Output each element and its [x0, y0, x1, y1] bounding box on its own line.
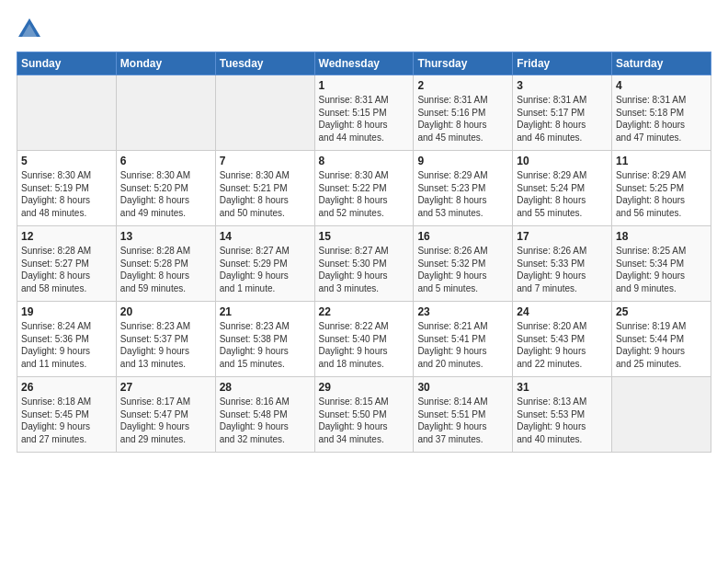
calendar-table: SundayMondayTuesdayWednesdayThursdayFrid… [17, 52, 711, 453]
day-number: 19 [21, 305, 112, 318]
calendar-cell: 2Sunrise: 8:31 AM Sunset: 5:16 PM Daylig… [414, 75, 513, 151]
day-info: Sunrise: 8:25 AM Sunset: 5:34 PM Dayligh… [616, 245, 707, 294]
day-info: Sunrise: 8:13 AM Sunset: 5:53 PM Dayligh… [517, 396, 608, 445]
calendar-cell: 1Sunrise: 8:31 AM Sunset: 5:15 PM Daylig… [314, 75, 414, 151]
day-info: Sunrise: 8:15 AM Sunset: 5:50 PM Dayligh… [319, 396, 410, 445]
day-info: Sunrise: 8:29 AM Sunset: 5:25 PM Dayligh… [616, 169, 707, 219]
day-number: 10 [517, 155, 608, 167]
day-info: Sunrise: 8:22 AM Sunset: 5:40 PM Dayligh… [319, 320, 410, 370]
calendar-cell: 20Sunrise: 8:23 AM Sunset: 5:37 PM Dayli… [116, 302, 215, 377]
day-info: Sunrise: 8:31 AM Sunset: 5:18 PM Dayligh… [616, 94, 707, 144]
calendar-cell: 9Sunrise: 8:29 AM Sunset: 5:23 PM Daylig… [414, 151, 513, 226]
calendar-cell: 21Sunrise: 8:23 AM Sunset: 5:38 PM Dayli… [215, 302, 314, 377]
day-number: 4 [616, 79, 707, 92]
header [17, 17, 711, 42]
day-info: Sunrise: 8:29 AM Sunset: 5:23 PM Dayligh… [417, 169, 508, 219]
calendar-cell: 28Sunrise: 8:16 AM Sunset: 5:48 PM Dayli… [215, 377, 314, 453]
page: SundayMondayTuesdayWednesdayThursdayFrid… [0, 0, 728, 563]
calendar-cell: 26Sunrise: 8:18 AM Sunset: 5:45 PM Dayli… [17, 377, 117, 453]
calendar-cell [116, 75, 215, 151]
day-number: 9 [417, 155, 508, 167]
day-number: 11 [616, 155, 707, 167]
weekday-header-row: SundayMondayTuesdayWednesdayThursdayFrid… [17, 52, 711, 75]
day-info: Sunrise: 8:26 AM Sunset: 5:32 PM Dayligh… [417, 245, 508, 294]
day-info: Sunrise: 8:14 AM Sunset: 5:51 PM Dayligh… [417, 396, 508, 445]
day-number: 24 [517, 305, 608, 318]
weekday-header: Saturday [612, 52, 711, 75]
day-number: 30 [417, 381, 508, 394]
day-number: 14 [220, 230, 311, 243]
calendar-cell: 5Sunrise: 8:30 AM Sunset: 5:19 PM Daylig… [17, 151, 117, 226]
calendar-cell: 11Sunrise: 8:29 AM Sunset: 5:25 PM Dayli… [612, 151, 711, 226]
day-info: Sunrise: 8:17 AM Sunset: 5:47 PM Dayligh… [120, 396, 211, 445]
day-number: 12 [21, 230, 112, 243]
calendar-cell: 13Sunrise: 8:28 AM Sunset: 5:28 PM Dayli… [116, 226, 215, 302]
day-info: Sunrise: 8:28 AM Sunset: 5:27 PM Dayligh… [21, 245, 112, 294]
calendar-cell: 14Sunrise: 8:27 AM Sunset: 5:29 PM Dayli… [215, 226, 314, 302]
day-info: Sunrise: 8:20 AM Sunset: 5:43 PM Dayligh… [517, 320, 608, 370]
day-info: Sunrise: 8:30 AM Sunset: 5:21 PM Dayligh… [220, 169, 311, 219]
day-number: 28 [220, 381, 311, 394]
calendar-week-row: 5Sunrise: 8:30 AM Sunset: 5:19 PM Daylig… [17, 151, 711, 226]
calendar-cell: 16Sunrise: 8:26 AM Sunset: 5:32 PM Dayli… [414, 226, 513, 302]
day-number: 2 [417, 79, 508, 92]
calendar-week-row: 26Sunrise: 8:18 AM Sunset: 5:45 PM Dayli… [17, 377, 711, 453]
calendar-cell: 10Sunrise: 8:29 AM Sunset: 5:24 PM Dayli… [513, 151, 612, 226]
calendar-cell: 18Sunrise: 8:25 AM Sunset: 5:34 PM Dayli… [612, 226, 711, 302]
day-number: 25 [616, 305, 707, 318]
day-info: Sunrise: 8:31 AM Sunset: 5:17 PM Dayligh… [517, 94, 608, 144]
weekday-header: Monday [116, 52, 215, 75]
day-number: 23 [417, 305, 508, 318]
calendar-cell: 24Sunrise: 8:20 AM Sunset: 5:43 PM Dayli… [513, 302, 612, 377]
day-number: 22 [319, 305, 410, 318]
day-number: 18 [616, 230, 707, 243]
calendar-cell: 25Sunrise: 8:19 AM Sunset: 5:44 PM Dayli… [612, 302, 711, 377]
calendar-cell: 27Sunrise: 8:17 AM Sunset: 5:47 PM Dayli… [116, 377, 215, 453]
day-number: 20 [120, 305, 211, 318]
day-number: 27 [120, 381, 211, 394]
day-info: Sunrise: 8:18 AM Sunset: 5:45 PM Dayligh… [21, 396, 112, 445]
day-number: 5 [21, 155, 112, 167]
day-info: Sunrise: 8:31 AM Sunset: 5:16 PM Dayligh… [417, 94, 508, 144]
calendar-cell: 29Sunrise: 8:15 AM Sunset: 5:50 PM Dayli… [314, 377, 414, 453]
calendar-cell: 17Sunrise: 8:26 AM Sunset: 5:33 PM Dayli… [513, 226, 612, 302]
day-info: Sunrise: 8:31 AM Sunset: 5:15 PM Dayligh… [319, 94, 410, 144]
day-info: Sunrise: 8:30 AM Sunset: 5:19 PM Dayligh… [21, 169, 112, 219]
calendar-week-row: 12Sunrise: 8:28 AM Sunset: 5:27 PM Dayli… [17, 226, 711, 302]
calendar-cell: 22Sunrise: 8:22 AM Sunset: 5:40 PM Dayli… [314, 302, 414, 377]
calendar-cell: 3Sunrise: 8:31 AM Sunset: 5:17 PM Daylig… [513, 75, 612, 151]
calendar-cell: 19Sunrise: 8:24 AM Sunset: 5:36 PM Dayli… [17, 302, 117, 377]
calendar-cell [612, 377, 711, 453]
day-info: Sunrise: 8:30 AM Sunset: 5:22 PM Dayligh… [319, 169, 410, 219]
day-info: Sunrise: 8:16 AM Sunset: 5:48 PM Dayligh… [220, 396, 311, 445]
day-info: Sunrise: 8:24 AM Sunset: 5:36 PM Dayligh… [21, 320, 112, 370]
day-number: 21 [220, 305, 311, 318]
day-info: Sunrise: 8:29 AM Sunset: 5:24 PM Dayligh… [517, 169, 608, 219]
day-number: 15 [319, 230, 410, 243]
day-info: Sunrise: 8:27 AM Sunset: 5:30 PM Dayligh… [319, 245, 410, 294]
logo-icon [17, 17, 42, 42]
day-number: 6 [120, 155, 211, 167]
weekday-header: Sunday [17, 52, 117, 75]
weekday-header: Friday [513, 52, 612, 75]
weekday-header: Wednesday [314, 52, 414, 75]
calendar-cell: 7Sunrise: 8:30 AM Sunset: 5:21 PM Daylig… [215, 151, 314, 226]
day-info: Sunrise: 8:23 AM Sunset: 5:38 PM Dayligh… [220, 320, 311, 370]
day-number: 3 [517, 79, 608, 92]
calendar-week-row: 19Sunrise: 8:24 AM Sunset: 5:36 PM Dayli… [17, 302, 711, 377]
day-number: 17 [517, 230, 608, 243]
day-info: Sunrise: 8:21 AM Sunset: 5:41 PM Dayligh… [417, 320, 508, 370]
day-number: 8 [319, 155, 410, 167]
day-info: Sunrise: 8:28 AM Sunset: 5:28 PM Dayligh… [120, 245, 211, 294]
day-number: 13 [120, 230, 211, 243]
calendar-cell [17, 75, 117, 151]
calendar-cell: 12Sunrise: 8:28 AM Sunset: 5:27 PM Dayli… [17, 226, 117, 302]
day-number: 7 [220, 155, 311, 167]
calendar-cell: 8Sunrise: 8:30 AM Sunset: 5:22 PM Daylig… [314, 151, 414, 226]
day-info: Sunrise: 8:23 AM Sunset: 5:37 PM Dayligh… [120, 320, 211, 370]
day-info: Sunrise: 8:19 AM Sunset: 5:44 PM Dayligh… [616, 320, 707, 370]
calendar-cell: 15Sunrise: 8:27 AM Sunset: 5:30 PM Dayli… [314, 226, 414, 302]
calendar-cell: 30Sunrise: 8:14 AM Sunset: 5:51 PM Dayli… [414, 377, 513, 453]
calendar-week-row: 1Sunrise: 8:31 AM Sunset: 5:15 PM Daylig… [17, 75, 711, 151]
day-number: 16 [417, 230, 508, 243]
